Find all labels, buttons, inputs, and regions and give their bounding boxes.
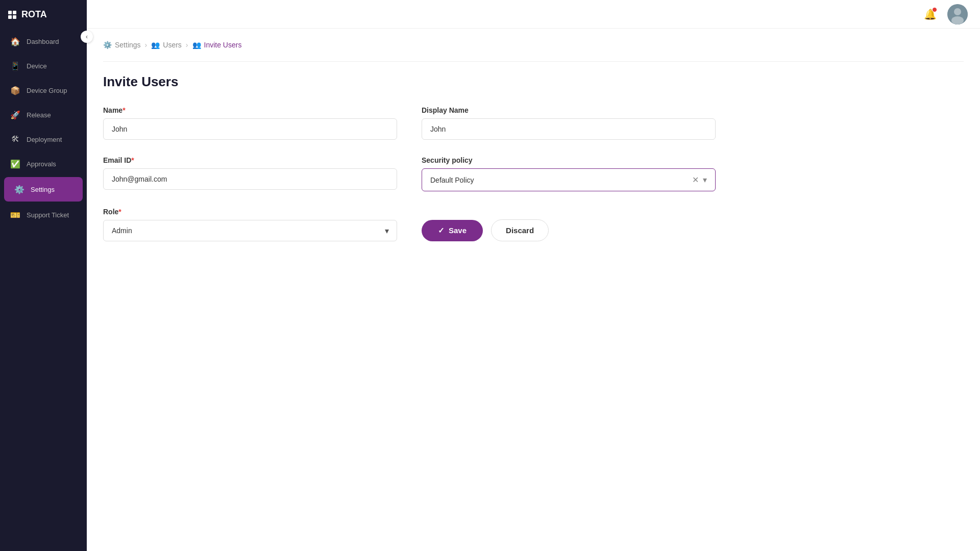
svg-point-1 <box>954 8 961 15</box>
svg-point-2 <box>951 16 964 24</box>
role-select[interactable]: Admin Viewer Editor <box>103 220 397 241</box>
breadcrumb-settings[interactable]: ⚙️ Settings <box>103 41 141 49</box>
security-policy-select-wrapper: Default Policy ✕ ▾ <box>422 168 716 191</box>
security-policy-label: Security policy <box>422 156 716 164</box>
notification-bell-button[interactable]: 🔔 <box>921 5 939 23</box>
discard-button[interactable]: Discard <box>491 219 549 241</box>
clear-icon[interactable]: ✕ <box>692 175 699 185</box>
support-ticket-icon: 🎫 <box>10 210 20 220</box>
breadcrumb-users[interactable]: 👥 Users <box>151 41 182 49</box>
role-field-group: Role* Admin Viewer Editor <box>103 208 397 241</box>
sidebar-collapse-button[interactable]: ‹ <box>81 31 93 43</box>
sidebar-item-settings[interactable]: ⚙️ Settings <box>4 177 83 202</box>
sidebar-item-support-ticket[interactable]: 🎫 Support Ticket <box>0 203 87 227</box>
page-title: Invite Users <box>103 74 964 90</box>
sidebar-label-dashboard: Dashboard <box>27 38 59 45</box>
invite-users-form: Name* Display Name Email ID* Security po… <box>103 106 716 241</box>
name-label: Name* <box>103 106 397 114</box>
user-avatar[interactable] <box>947 4 968 24</box>
sidebar: ROTA ‹ 🏠 Dashboard 📱 Device 📦 Device Gro… <box>0 0 87 551</box>
display-name-field-group: Display Name <box>422 106 716 140</box>
breadcrumb-sep-2: › <box>186 41 188 49</box>
email-required: * <box>131 156 134 164</box>
app-name: ROTA <box>21 9 47 20</box>
breadcrumb-invite-icon: 👥 <box>192 41 201 49</box>
breadcrumb-settings-label: Settings <box>115 41 141 49</box>
sidebar-item-deployment[interactable]: 🛠 Deployment <box>0 127 87 152</box>
form-actions: ✓ Save Discard <box>422 211 716 241</box>
sidebar-item-dashboard[interactable]: 🏠 Dashboard <box>0 29 87 54</box>
breadcrumb-invite-users[interactable]: 👥 Invite Users <box>192 41 242 49</box>
chevron-down-icon[interactable]: ▾ <box>703 175 707 185</box>
save-button[interactable]: ✓ Save <box>422 220 483 241</box>
sidebar-label-support-ticket: Support Ticket <box>27 211 69 219</box>
role-required: * <box>118 208 121 216</box>
email-field-group: Email ID* <box>103 156 397 191</box>
sidebar-item-approvals[interactable]: ✅ Approvals <box>0 152 87 176</box>
breadcrumb: ⚙️ Settings › 👥 Users › 👥 Invite Users <box>103 41 964 49</box>
sidebar-item-release[interactable]: 🚀 Release <box>0 103 87 127</box>
device-icon: 📱 <box>10 61 20 71</box>
email-input[interactable] <box>103 168 397 190</box>
discard-label: Discard <box>506 226 534 235</box>
breadcrumb-users-label: Users <box>163 41 182 49</box>
security-policy-field-group: Security policy Default Policy ✕ ▾ <box>422 156 716 191</box>
save-label: Save <box>449 226 467 235</box>
name-input[interactable] <box>103 118 397 140</box>
breadcrumb-divider <box>103 61 964 62</box>
display-name-label: Display Name <box>422 106 716 114</box>
topbar: 🔔 <box>87 0 980 29</box>
deployment-icon: 🛠 <box>10 134 20 144</box>
display-name-input[interactable] <box>422 118 716 140</box>
save-checkmark-icon: ✓ <box>438 226 445 235</box>
page-content: ⚙️ Settings › 👥 Users › 👥 Invite Users I… <box>87 29 980 551</box>
sidebar-label-settings: Settings <box>31 186 55 193</box>
sidebar-item-device[interactable]: 📱 Device <box>0 54 87 78</box>
sidebar-item-device-group[interactable]: 📦 Device Group <box>0 78 87 103</box>
device-group-icon: 📦 <box>10 85 20 95</box>
approvals-icon: ✅ <box>10 159 20 169</box>
sidebar-label-deployment: Deployment <box>27 136 62 143</box>
main-area: 🔔 ⚙️ Settings › 👥 Users › � <box>87 0 980 551</box>
name-field-group: Name* <box>103 106 397 140</box>
role-label: Role* <box>103 208 397 216</box>
sidebar-label-approvals: Approvals <box>27 160 56 168</box>
name-required: * <box>122 106 125 114</box>
breadcrumb-settings-icon: ⚙️ <box>103 41 112 49</box>
role-select-wrapper: Admin Viewer Editor <box>103 220 397 241</box>
select-actions: ✕ ▾ <box>692 175 707 185</box>
dashboard-icon: 🏠 <box>10 36 20 46</box>
breadcrumb-users-icon: 👥 <box>151 41 160 49</box>
sidebar-label-device-group: Device Group <box>27 87 67 94</box>
sidebar-nav: 🏠 Dashboard 📱 Device 📦 Device Group 🚀 Re… <box>0 29 87 551</box>
sidebar-label-device: Device <box>27 62 47 70</box>
app-logo: ROTA <box>0 0 87 29</box>
breadcrumb-invite-label: Invite Users <box>204 41 242 49</box>
breadcrumb-sep-1: › <box>145 41 148 49</box>
grid-icon <box>8 11 16 19</box>
release-icon: 🚀 <box>10 110 20 120</box>
sidebar-label-release: Release <box>27 111 51 119</box>
email-label: Email ID* <box>103 156 397 164</box>
settings-icon: ⚙️ <box>14 184 24 194</box>
security-policy-value: Default Policy <box>430 176 474 184</box>
security-policy-select[interactable]: Default Policy ✕ ▾ <box>422 168 716 191</box>
notification-badge <box>932 7 937 12</box>
